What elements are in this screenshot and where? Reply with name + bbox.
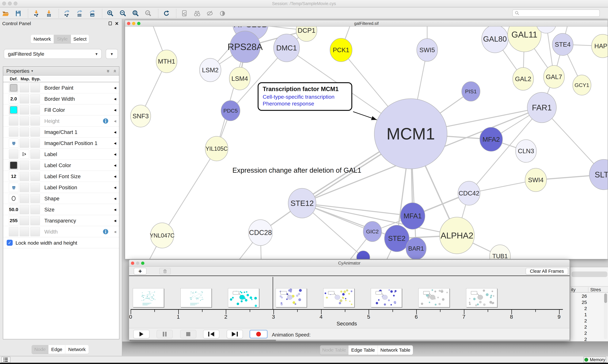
property-map-cell[interactable] <box>20 128 29 137</box>
clear-all-frames-button[interactable]: Clear All Frames <box>526 268 568 274</box>
table-row[interactable]: 2 <box>570 324 587 330</box>
property-byp-cell[interactable] <box>30 227 40 236</box>
open-file-button[interactable] <box>1 9 10 18</box>
expand-arrow-icon[interactable]: ◂ <box>114 140 116 146</box>
property-map-cell[interactable] <box>20 227 29 236</box>
node-MFA2[interactable]: MFA2 <box>480 127 503 151</box>
property-map-cell[interactable] <box>20 205 29 214</box>
table-row[interactable]: 25 <box>570 300 587 305</box>
frame-thumbnail-7[interactable] <box>466 288 497 307</box>
record-button[interactable] <box>249 330 268 338</box>
table-scrollbar-horizontal[interactable] <box>572 272 607 277</box>
table-column-stress[interactable]: Stres <box>590 287 601 292</box>
property-map-cell[interactable] <box>20 161 29 170</box>
frame-thumbnail-1[interactable] <box>180 288 211 307</box>
node-GAL11[interactable]: GAL11 <box>508 26 541 52</box>
node-BAR1[interactable]: BAR1 <box>406 237 426 259</box>
table-column-degree[interactable]: ity <box>571 287 576 292</box>
expand-arrow-icon[interactable]: ◂ <box>114 85 116 91</box>
save-button[interactable] <box>14 9 23 18</box>
show-panels-button[interactable] <box>1 357 11 363</box>
annotation-link[interactable]: Pheromone response <box>263 101 347 107</box>
expand-arrow-icon[interactable]: ◂ <box>114 118 116 124</box>
property-def-cell[interactable] <box>9 183 18 192</box>
timeline-scrollbar[interactable] <box>129 340 569 341</box>
properties-header[interactable]: Properties ▾ » » <box>3 67 119 76</box>
search-field[interactable] <box>512 10 600 17</box>
property-def-cell[interactable] <box>9 161 18 170</box>
node-MFA1[interactable]: MFA1 <box>400 203 425 229</box>
node-CDC28[interactable]: CDC28 <box>249 220 273 246</box>
property-def-cell[interactable] <box>9 194 18 203</box>
delete-frame-button[interactable] <box>159 268 171 274</box>
node-SWI4[interactable]: SWI4 <box>525 168 547 192</box>
table-scrollbar-vertical[interactable] <box>604 293 607 339</box>
property-def-cell[interactable]: 2.0 <box>9 94 18 104</box>
property-row-shape[interactable]: Shape◂ <box>3 193 119 204</box>
node-SNF3[interactable]: SNF3 <box>130 105 151 127</box>
node-HAP2[interactable]: HAP2 <box>592 34 608 58</box>
property-byp-cell[interactable] <box>30 94 40 104</box>
expand-arrow-icon[interactable]: ◂ <box>114 107 116 113</box>
node-LSM4[interactable]: LSM4 <box>229 67 250 90</box>
scrollbar-thumb[interactable] <box>604 293 607 303</box>
zoom-fit-button[interactable] <box>131 9 140 18</box>
property-map-cell[interactable] <box>20 216 29 225</box>
node-SWI5[interactable]: SWI5 <box>417 39 438 61</box>
frame-thumbnail-4[interactable] <box>323 288 354 307</box>
frame-thumbnail-2[interactable] <box>228 288 259 307</box>
node-FAR1[interactable]: FAR1 <box>527 92 556 123</box>
node-DCP1[interactable]: DCP1 <box>296 26 317 41</box>
property-row-label-position[interactable]: Label Position◂ <box>3 182 119 193</box>
zoom-in-button[interactable] <box>106 9 115 18</box>
property-map-cell[interactable] <box>20 83 29 92</box>
node-MCM1[interactable]: MCM1 <box>374 99 447 169</box>
node-SLT2[interactable]: SLT2 <box>589 159 608 190</box>
node-DMC1[interactable]: DMC1 <box>274 34 300 62</box>
property-byp-cell[interactable] <box>30 183 40 192</box>
property-byp-cell[interactable] <box>30 139 40 148</box>
node-ALPHA2[interactable]: ALPHA2 <box>440 217 474 254</box>
expand-arrow-icon[interactable]: ◂ <box>114 229 116 234</box>
node-MTH1[interactable]: MTH1 <box>156 50 177 73</box>
tab-network[interactable]: Network <box>31 35 54 43</box>
property-row-label[interactable]: Label◂ <box>3 149 119 160</box>
property-row-border-paint[interactable]: Border Paint◂ <box>3 82 119 93</box>
property-row-width[interactable]: Width◂ <box>3 226 119 237</box>
node-TUB1[interactable]: TUB1 <box>490 245 511 259</box>
skip-start-button[interactable] <box>203 330 219 338</box>
property-byp-cell[interactable] <box>30 161 40 170</box>
network-canvas[interactable]: RPS28BRPS28ADCP1DMC1PCK1SWI5GAL80GAL11ST… <box>125 26 608 259</box>
property-row-size[interactable]: 50.0Size◂ <box>3 204 119 215</box>
expand-arrow-icon[interactable]: ◂ <box>114 129 116 135</box>
expand-arrow-icon[interactable]: ◂ <box>114 207 116 212</box>
expand-arrow-icon[interactable]: ◂ <box>114 162 116 168</box>
property-row-fill-color[interactable]: Fill Color◂ <box>3 104 119 116</box>
expand-arrow-icon[interactable]: ◂ <box>114 218 116 223</box>
style-selector[interactable]: galFiltered Style ▾ <box>4 49 102 59</box>
node-STE2[interactable]: STE2 <box>385 225 409 252</box>
show-graphics-button[interactable] <box>218 9 227 18</box>
node-STE12[interactable]: STE12 <box>288 188 316 218</box>
expand-arrow-icon[interactable]: ◂ <box>114 184 116 190</box>
property-byp-cell[interactable] <box>30 116 40 126</box>
frame-thumbnail-5[interactable] <box>371 288 402 307</box>
node-GIC2[interactable]: GIC2 <box>363 221 382 242</box>
collapse-all-icon[interactable]: » <box>111 70 117 73</box>
tab-edge[interactable]: Edge <box>48 345 65 354</box>
import-network-button[interactable] <box>32 9 41 18</box>
export-network-button[interactable] <box>62 9 71 18</box>
property-byp-cell[interactable] <box>30 83 40 92</box>
zoom-out-button[interactable] <box>118 9 128 18</box>
property-map-cell[interactable] <box>20 194 29 203</box>
property-byp-cell[interactable] <box>30 128 40 137</box>
search-input[interactable] <box>521 11 597 16</box>
property-byp-cell[interactable] <box>30 172 40 181</box>
frame-thumbnail-6[interactable] <box>418 288 450 307</box>
refresh-layout-button[interactable] <box>162 9 171 18</box>
property-map-cell[interactable] <box>20 183 29 192</box>
export-table-button[interactable] <box>75 9 84 18</box>
property-def-cell[interactable] <box>9 116 18 126</box>
property-map-cell[interactable] <box>20 172 29 181</box>
table-row[interactable]: 2 <box>570 318 587 324</box>
